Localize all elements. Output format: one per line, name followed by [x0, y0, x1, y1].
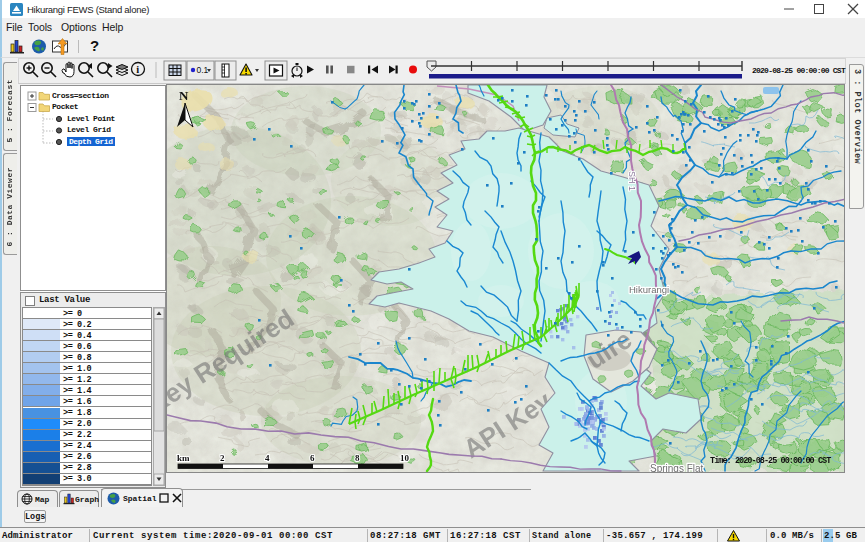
svg-text:6: 6: [310, 453, 315, 463]
svg-text:Springs Flat: Springs Flat: [650, 463, 704, 473]
svg-text:Hikurangi: Hikurangi: [629, 284, 669, 295]
svg-text:0.1: 0.1: [197, 65, 209, 75]
svg-text:km: km: [177, 453, 190, 463]
svg-text:i: i: [136, 64, 139, 75]
svg-text:SH 1: SH 1: [627, 171, 637, 191]
svg-text:2: 2: [220, 453, 225, 463]
svg-text:Time: 2020-08-25 00:00:00 CST: Time: 2020-08-25 00:00:00 CST: [710, 456, 831, 466]
svg-text:N: N: [179, 88, 189, 103]
svg-text:8: 8: [355, 453, 360, 463]
svg-text:4: 4: [265, 453, 270, 463]
svg-text:10: 10: [400, 453, 410, 463]
